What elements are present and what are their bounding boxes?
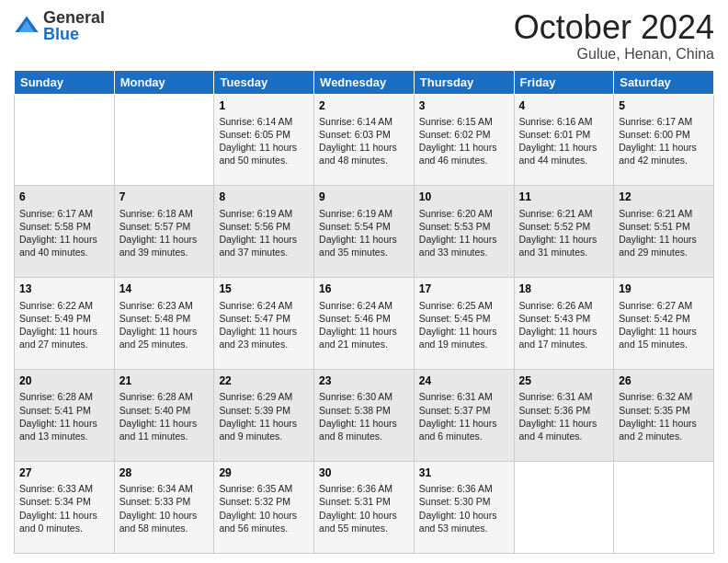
day-info: Sunrise: 6:24 AMSunset: 5:46 PMDaylight:… <box>319 300 397 350</box>
header: General Blue October 2024 Gulue, Henan, … <box>14 9 714 63</box>
day-info: Sunrise: 6:14 AMSunset: 6:03 PMDaylight:… <box>319 116 397 167</box>
calendar-cell: 30Sunrise: 6:36 AMSunset: 5:31 PMDayligh… <box>314 462 415 554</box>
day-info: Sunrise: 6:23 AMSunset: 5:48 PMDaylight:… <box>119 300 198 350</box>
day-number: 21 <box>119 373 210 388</box>
day-number: 3 <box>419 98 509 113</box>
day-info: Sunrise: 6:35 AMSunset: 5:32 PMDaylight:… <box>219 483 297 534</box>
calendar-cell <box>614 462 714 554</box>
calendar-week-row: 13Sunrise: 6:22 AMSunset: 5:49 PMDayligh… <box>15 278 714 370</box>
logo: General Blue <box>14 9 105 42</box>
calendar-cell: 11Sunrise: 6:21 AMSunset: 5:52 PMDayligh… <box>514 186 614 278</box>
day-number: 26 <box>619 373 709 388</box>
day-number: 5 <box>619 98 709 113</box>
calendar-cell: 29Sunrise: 6:35 AMSunset: 5:32 PMDayligh… <box>214 462 314 554</box>
day-info: Sunrise: 6:28 AMSunset: 5:40 PMDaylight:… <box>119 391 198 442</box>
weekday-header: Sunday <box>15 70 115 94</box>
weekday-header: Friday <box>514 70 614 94</box>
day-number: 31 <box>419 465 509 480</box>
day-number: 23 <box>319 373 409 388</box>
calendar-table: SundayMondayTuesdayWednesdayThursdayFrid… <box>14 70 714 554</box>
calendar-cell: 24Sunrise: 6:31 AMSunset: 5:37 PMDayligh… <box>414 370 514 462</box>
weekday-header: Tuesday <box>214 70 314 94</box>
calendar-cell: 12Sunrise: 6:21 AMSunset: 5:51 PMDayligh… <box>614 186 714 278</box>
calendar-cell: 13Sunrise: 6:22 AMSunset: 5:49 PMDayligh… <box>15 278 115 370</box>
calendar-cell <box>514 462 614 554</box>
day-number: 28 <box>119 465 210 480</box>
logo-general: General <box>43 9 105 26</box>
calendar-cell: 22Sunrise: 6:29 AMSunset: 5:39 PMDayligh… <box>214 370 314 462</box>
day-number: 6 <box>19 190 109 204</box>
day-info: Sunrise: 6:31 AMSunset: 5:36 PMDaylight:… <box>519 391 597 442</box>
day-number: 2 <box>319 98 409 113</box>
day-info: Sunrise: 6:21 AMSunset: 5:51 PMDaylight:… <box>619 208 697 259</box>
calendar-cell: 1Sunrise: 6:14 AMSunset: 6:05 PMDaylight… <box>214 94 314 186</box>
day-info: Sunrise: 6:33 AMSunset: 5:34 PMDaylight:… <box>19 483 97 534</box>
calendar-cell: 4Sunrise: 6:16 AMSunset: 6:01 PMDaylight… <box>514 94 614 186</box>
day-number: 30 <box>319 465 409 480</box>
day-info: Sunrise: 6:32 AMSunset: 5:35 PMDaylight:… <box>619 391 697 442</box>
day-number: 15 <box>219 282 309 296</box>
day-info: Sunrise: 6:25 AMSunset: 5:45 PMDaylight:… <box>419 300 497 350</box>
day-number: 12 <box>619 190 709 204</box>
calendar-cell: 15Sunrise: 6:24 AMSunset: 5:47 PMDayligh… <box>214 278 314 370</box>
calendar-cell: 28Sunrise: 6:34 AMSunset: 5:33 PMDayligh… <box>114 462 214 554</box>
day-number: 18 <box>519 282 609 296</box>
day-info: Sunrise: 6:36 AMSunset: 5:31 PMDaylight:… <box>319 483 397 534</box>
day-info: Sunrise: 6:16 AMSunset: 6:01 PMDaylight:… <box>519 116 597 167</box>
month-title: October 2024 <box>514 9 714 46</box>
calendar-cell: 7Sunrise: 6:18 AMSunset: 5:57 PMDaylight… <box>114 186 214 278</box>
weekday-header: Saturday <box>614 70 714 94</box>
day-number: 19 <box>619 282 709 296</box>
calendar-cell: 6Sunrise: 6:17 AMSunset: 5:58 PMDaylight… <box>15 186 115 278</box>
calendar-cell: 5Sunrise: 6:17 AMSunset: 6:00 PMDaylight… <box>614 94 714 186</box>
day-info: Sunrise: 6:21 AMSunset: 5:52 PMDaylight:… <box>519 208 597 259</box>
day-number: 20 <box>19 373 109 388</box>
calendar-cell: 27Sunrise: 6:33 AMSunset: 5:34 PMDayligh… <box>15 462 115 554</box>
day-info: Sunrise: 6:15 AMSunset: 6:02 PMDaylight:… <box>419 116 497 167</box>
calendar-cell: 16Sunrise: 6:24 AMSunset: 5:46 PMDayligh… <box>314 278 415 370</box>
day-info: Sunrise: 6:18 AMSunset: 5:57 PMDaylight:… <box>119 208 198 259</box>
calendar-cell: 18Sunrise: 6:26 AMSunset: 5:43 PMDayligh… <box>514 278 614 370</box>
day-info: Sunrise: 6:19 AMSunset: 5:54 PMDaylight:… <box>319 208 397 259</box>
day-info: Sunrise: 6:30 AMSunset: 5:38 PMDaylight:… <box>319 391 397 442</box>
logo-text: General Blue <box>43 9 105 42</box>
day-number: 1 <box>219 98 309 113</box>
calendar-cell <box>114 94 214 186</box>
day-info: Sunrise: 6:27 AMSunset: 5:42 PMDaylight:… <box>619 300 697 350</box>
weekday-header: Wednesday <box>314 70 415 94</box>
calendar-cell: 19Sunrise: 6:27 AMSunset: 5:42 PMDayligh… <box>614 278 714 370</box>
day-number: 27 <box>19 465 109 480</box>
title-block: October 2024 Gulue, Henan, China <box>514 9 714 63</box>
calendar-week-row: 27Sunrise: 6:33 AMSunset: 5:34 PMDayligh… <box>15 462 714 554</box>
weekday-header-row: SundayMondayTuesdayWednesdayThursdayFrid… <box>15 70 714 94</box>
day-info: Sunrise: 6:19 AMSunset: 5:56 PMDaylight:… <box>219 208 297 259</box>
day-number: 10 <box>419 190 509 204</box>
day-info: Sunrise: 6:17 AMSunset: 5:58 PMDaylight:… <box>19 208 97 259</box>
day-number: 13 <box>19 282 109 296</box>
day-number: 24 <box>419 373 509 388</box>
calendar-cell: 14Sunrise: 6:23 AMSunset: 5:48 PMDayligh… <box>114 278 214 370</box>
calendar-cell: 9Sunrise: 6:19 AMSunset: 5:54 PMDaylight… <box>314 186 415 278</box>
calendar-cell: 3Sunrise: 6:15 AMSunset: 6:02 PMDaylight… <box>414 94 514 186</box>
calendar-cell: 23Sunrise: 6:30 AMSunset: 5:38 PMDayligh… <box>314 370 415 462</box>
day-info: Sunrise: 6:34 AMSunset: 5:33 PMDaylight:… <box>119 483 198 534</box>
day-info: Sunrise: 6:20 AMSunset: 5:53 PMDaylight:… <box>419 208 497 259</box>
day-info: Sunrise: 6:24 AMSunset: 5:47 PMDaylight:… <box>219 300 297 350</box>
day-number: 22 <box>219 373 309 388</box>
calendar-cell: 17Sunrise: 6:25 AMSunset: 5:45 PMDayligh… <box>414 278 514 370</box>
calendar-cell <box>15 94 115 186</box>
day-info: Sunrise: 6:29 AMSunset: 5:39 PMDaylight:… <box>219 391 297 442</box>
calendar-cell: 20Sunrise: 6:28 AMSunset: 5:41 PMDayligh… <box>15 370 115 462</box>
day-number: 16 <box>319 282 409 296</box>
day-number: 4 <box>519 98 609 113</box>
day-number: 14 <box>119 282 210 296</box>
logo-blue: Blue <box>43 26 105 42</box>
day-number: 17 <box>419 282 509 296</box>
day-info: Sunrise: 6:28 AMSunset: 5:41 PMDaylight:… <box>19 391 97 442</box>
day-info: Sunrise: 6:26 AMSunset: 5:43 PMDaylight:… <box>519 300 597 350</box>
day-number: 8 <box>219 190 309 204</box>
page: General Blue October 2024 Gulue, Henan, … <box>0 0 728 563</box>
calendar-cell: 25Sunrise: 6:31 AMSunset: 5:36 PMDayligh… <box>514 370 614 462</box>
day-info: Sunrise: 6:31 AMSunset: 5:37 PMDaylight:… <box>419 391 497 442</box>
day-info: Sunrise: 6:36 AMSunset: 5:30 PMDaylight:… <box>419 483 497 534</box>
